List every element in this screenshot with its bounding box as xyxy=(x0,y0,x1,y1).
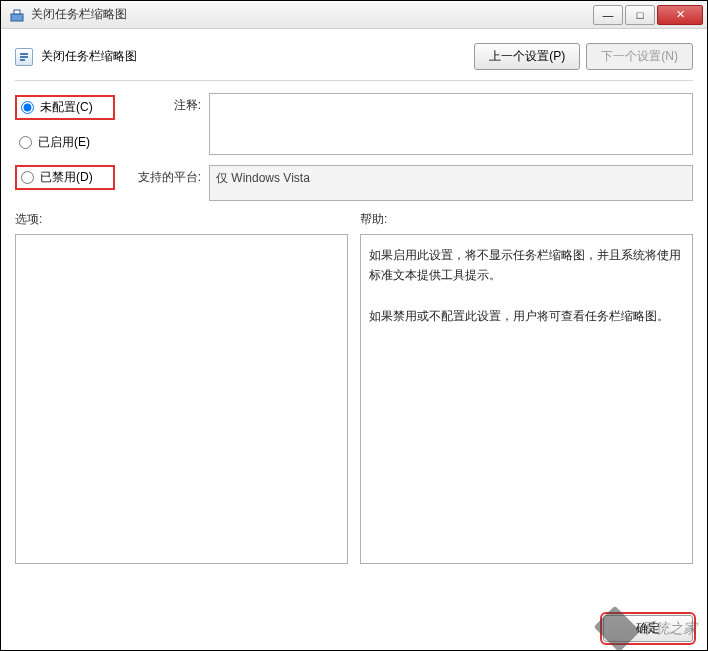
radio-disabled-label: 已禁用(D) xyxy=(40,169,93,186)
footer: 确定 xyxy=(603,615,693,642)
svg-rect-1 xyxy=(14,10,20,14)
config-area: 未配置(C) 已启用(E) 已禁用(D) 注释: 支持的平台: 仅 Window… xyxy=(15,93,693,201)
options-box xyxy=(15,234,348,564)
radio-not-configured-label: 未配置(C) xyxy=(40,99,93,116)
next-setting-button[interactable]: 下一个设置(N) xyxy=(586,43,693,70)
window-controls: — □ ✕ xyxy=(593,5,703,25)
help-text-2: 如果禁用或不配置此设置，用户将可查看任务栏缩略图。 xyxy=(369,306,684,326)
radio-not-configured-input[interactable] xyxy=(21,101,34,114)
page-title: 关闭任务栏缩略图 xyxy=(41,48,137,65)
close-button[interactable]: ✕ xyxy=(657,5,703,25)
content-area: 关闭任务栏缩略图 上一个设置(P) 下一个设置(N) 未配置(C) 已启用(E)… xyxy=(1,29,707,574)
radio-group: 未配置(C) 已启用(E) 已禁用(D) xyxy=(15,93,115,201)
app-icon xyxy=(9,7,25,23)
nav-buttons: 上一个设置(P) 下一个设置(N) xyxy=(474,43,693,70)
prev-setting-button[interactable]: 上一个设置(P) xyxy=(474,43,580,70)
help-label: 帮助: xyxy=(360,211,693,228)
radio-enabled-input[interactable] xyxy=(19,136,32,149)
comment-row: 注释: xyxy=(129,93,693,155)
radio-disabled[interactable]: 已禁用(D) xyxy=(15,165,115,190)
platform-row: 支持的平台: 仅 Windows Vista xyxy=(129,165,693,201)
svg-rect-0 xyxy=(11,14,23,21)
policy-icon xyxy=(15,48,33,66)
platform-value: 仅 Windows Vista xyxy=(209,165,693,201)
help-text-1: 如果启用此设置，将不显示任务栏缩略图，并且系统将使用标准文本提供工具提示。 xyxy=(369,245,684,286)
help-box: 如果启用此设置，将不显示任务栏缩略图，并且系统将使用标准文本提供工具提示。 如果… xyxy=(360,234,693,564)
options-label: 选项: xyxy=(15,211,348,228)
options-col: 选项: xyxy=(15,211,348,564)
fields-col: 注释: 支持的平台: 仅 Windows Vista xyxy=(129,93,693,201)
svg-rect-5 xyxy=(20,59,25,61)
platform-label: 支持的平台: xyxy=(129,165,201,201)
ok-button[interactable]: 确定 xyxy=(603,615,693,642)
radio-not-configured[interactable]: 未配置(C) xyxy=(15,95,115,120)
header-row: 关闭任务栏缩略图 上一个设置(P) 下一个设置(N) xyxy=(15,39,693,81)
lower-panels: 选项: 帮助: 如果启用此设置，将不显示任务栏缩略图，并且系统将使用标准文本提供… xyxy=(15,211,693,564)
comment-label: 注释: xyxy=(129,93,201,155)
header-left: 关闭任务栏缩略图 xyxy=(15,48,137,66)
maximize-button[interactable]: □ xyxy=(625,5,655,25)
svg-rect-4 xyxy=(20,56,28,58)
comment-textarea[interactable] xyxy=(209,93,693,155)
svg-rect-3 xyxy=(20,53,28,55)
help-col: 帮助: 如果启用此设置，将不显示任务栏缩略图，并且系统将使用标准文本提供工具提示… xyxy=(360,211,693,564)
radio-disabled-input[interactable] xyxy=(21,171,34,184)
titlebar: 关闭任务栏缩略图 — □ ✕ xyxy=(1,1,707,29)
radio-enabled[interactable]: 已启用(E) xyxy=(15,132,115,153)
minimize-button[interactable]: — xyxy=(593,5,623,25)
window-title: 关闭任务栏缩略图 xyxy=(31,6,593,23)
radio-enabled-label: 已启用(E) xyxy=(38,134,90,151)
